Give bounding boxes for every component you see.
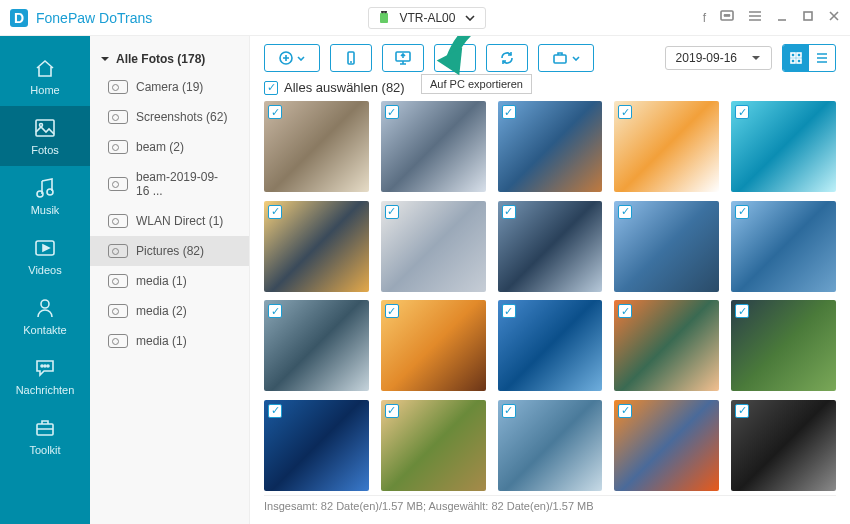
sidebar-header[interactable]: Alle Fotos (178): [90, 46, 249, 72]
thumb-checkbox[interactable]: [618, 404, 632, 418]
svg-point-11: [47, 189, 53, 195]
maximize-button[interactable]: [802, 10, 814, 25]
photo-thumb[interactable]: [731, 300, 836, 391]
add-button[interactable]: [264, 44, 320, 72]
thumb-checkbox[interactable]: [502, 404, 516, 418]
photo-thumb[interactable]: [614, 101, 719, 192]
logo-icon: D: [10, 9, 28, 27]
photo-thumb[interactable]: [731, 400, 836, 491]
thumb-checkbox[interactable]: [735, 105, 749, 119]
photo-thumb[interactable]: [381, 101, 486, 192]
thumb-checkbox[interactable]: [385, 304, 399, 318]
briefcase-icon: [552, 51, 568, 65]
folder-icon: [108, 140, 128, 154]
thumb-checkbox[interactable]: [735, 304, 749, 318]
svg-rect-24: [791, 59, 795, 63]
nav-item-home[interactable]: Home: [0, 46, 90, 106]
nav-item-fotos[interactable]: Fotos: [0, 106, 90, 166]
thumb-checkbox[interactable]: [385, 404, 399, 418]
chevron-down-icon: [572, 56, 580, 61]
thumb-checkbox[interactable]: [618, 205, 632, 219]
nav-item-toolkit[interactable]: Toolkit: [0, 406, 90, 466]
facebook-icon[interactable]: f: [703, 11, 706, 25]
date-filter[interactable]: 2019-09-16: [665, 46, 772, 70]
nav-item-musik[interactable]: Musik: [0, 166, 90, 226]
folder-icon: [108, 177, 128, 191]
thumb-checkbox[interactable]: [268, 304, 282, 318]
thumb-checkbox[interactable]: [735, 205, 749, 219]
photo-thumb[interactable]: [264, 300, 369, 391]
device-name: VTR-AL00: [399, 11, 455, 25]
photo-thumb[interactable]: [264, 400, 369, 491]
video-icon: [33, 236, 57, 260]
photo-thumb[interactable]: [614, 300, 719, 391]
monitor-icon: [394, 50, 412, 66]
thumb-checkbox[interactable]: [618, 304, 632, 318]
folder-icon: [108, 304, 128, 318]
sidebar-folder[interactable]: Camera (19): [90, 72, 249, 102]
photo-thumb[interactable]: [264, 101, 369, 192]
photo-thumb[interactable]: [498, 101, 603, 192]
device-selector[interactable]: VTR-AL00: [368, 7, 486, 29]
grid-view-button[interactable]: [783, 45, 809, 71]
thumb-checkbox[interactable]: [735, 404, 749, 418]
content-area: Auf PC exportieren 2019-09-16 Alles ausw…: [250, 36, 850, 524]
photo-thumb[interactable]: [381, 201, 486, 292]
photo-thumb[interactable]: [731, 101, 836, 192]
image-icon: [33, 116, 57, 140]
thumb-checkbox[interactable]: [502, 304, 516, 318]
nav-item-kontakte[interactable]: Kontakte: [0, 286, 90, 346]
sidebar-folder[interactable]: media (1): [90, 266, 249, 296]
photo-thumb[interactable]: [731, 201, 836, 292]
photo-thumb[interactable]: [264, 201, 369, 292]
menu-icon[interactable]: [748, 10, 762, 25]
feedback-icon[interactable]: [720, 10, 734, 25]
sidebar-folder[interactable]: Pictures (82): [90, 236, 249, 266]
svg-rect-23: [797, 53, 801, 57]
view-toggle: [782, 44, 836, 72]
thumb-checkbox[interactable]: [268, 105, 282, 119]
thumb-checkbox[interactable]: [385, 205, 399, 219]
svg-rect-0: [380, 13, 388, 23]
folder-icon: [108, 110, 128, 124]
folder-button[interactable]: [538, 44, 594, 72]
select-all-checkbox[interactable]: [264, 81, 278, 95]
sidebar-folder[interactable]: Screenshots (62): [90, 102, 249, 132]
svg-rect-21: [554, 55, 566, 63]
svg-point-16: [47, 365, 49, 367]
thumb-checkbox[interactable]: [502, 105, 516, 119]
list-view-button[interactable]: [809, 45, 835, 71]
thumb-checkbox[interactable]: [268, 205, 282, 219]
contact-icon: [33, 296, 57, 320]
thumb-checkbox[interactable]: [268, 404, 282, 418]
photo-thumb[interactable]: [381, 300, 486, 391]
minimize-button[interactable]: [776, 10, 788, 25]
photo-thumb[interactable]: [498, 400, 603, 491]
close-button[interactable]: [828, 10, 840, 25]
sidebar-folder[interactable]: beam-2019-09-16 ...: [90, 162, 249, 206]
thumb-checkbox[interactable]: [618, 105, 632, 119]
nav-item-nachrichten[interactable]: Nachrichten: [0, 346, 90, 406]
thumb-checkbox[interactable]: [385, 105, 399, 119]
photo-thumb[interactable]: [498, 300, 603, 391]
sidebar-folder[interactable]: WLAN Direct (1): [90, 206, 249, 236]
sidebar-folder[interactable]: media (2): [90, 296, 249, 326]
photo-thumb[interactable]: [614, 201, 719, 292]
toolbar: Auf PC exportieren 2019-09-16: [264, 44, 836, 72]
status-bar: Insgesamt: 82 Date(en)/1.57 MB; Ausgewäh…: [264, 495, 836, 516]
nav-item-videos[interactable]: Videos: [0, 226, 90, 286]
phone-icon: [343, 50, 359, 66]
export-to-pc-button[interactable]: [382, 44, 424, 72]
select-all[interactable]: Alles auswählen (82): [264, 80, 836, 95]
message-icon: [33, 356, 57, 380]
svg-rect-8: [36, 120, 54, 136]
export-to-device-button[interactable]: [330, 44, 372, 72]
window-controls: f: [703, 10, 840, 25]
sidebar-folder[interactable]: media (1): [90, 326, 249, 356]
thumb-checkbox[interactable]: [502, 205, 516, 219]
photo-thumb[interactable]: [381, 400, 486, 491]
photo-thumb[interactable]: [498, 201, 603, 292]
home-icon: [33, 56, 57, 80]
sidebar-folder[interactable]: beam (2): [90, 132, 249, 162]
photo-thumb[interactable]: [614, 400, 719, 491]
